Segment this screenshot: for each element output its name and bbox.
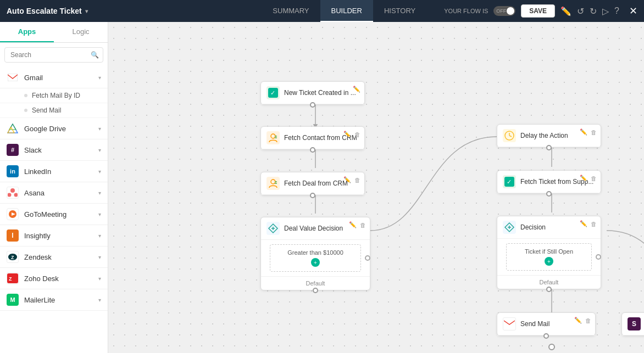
node-delay: Delay the Action ✏️ 🗑 — [497, 124, 601, 148]
linkedin-icon: in — [7, 165, 19, 177]
trigger-bottom-connector[interactable] — [310, 102, 315, 108]
sub-dot-icon — [24, 94, 27, 97]
search-input[interactable] — [4, 47, 103, 63]
sidebar-item-linkedin[interactable]: in LinkedIn ▾ — [0, 161, 108, 182]
sidebar-tab-logic[interactable]: Logic — [54, 22, 108, 42]
fetch-deal-edit-btn[interactable]: ✏️ — [343, 176, 352, 184]
fetch-ticket-delete-btn[interactable]: 🗑 — [590, 174, 597, 182]
canvas: ✓ New Ticket Created in ... ✏️ Fetch Con… — [108, 22, 644, 353]
insightly-chevron-icon: ▾ — [98, 233, 101, 239]
search-box: 🔍 — [4, 47, 103, 63]
send-mail-icon — [503, 317, 516, 330]
decision-branch-add-btn[interactable]: + — [545, 257, 553, 266]
sidebar: Apps Logic 🔍 Gmail ▾ Fetch Mail By ID Se… — [0, 22, 108, 353]
trigger-node-title: New Ticket Created in ... — [284, 89, 359, 97]
tab-builder[interactable]: BUILDER — [320, 0, 373, 22]
sidebar-item-slack[interactable]: # Slack ▾ — [0, 139, 108, 161]
deal-decision-bottom-connector[interactable] — [313, 288, 318, 293]
tab-history[interactable]: HISTORY — [373, 0, 426, 22]
gmail-chevron-icon: ▾ — [98, 75, 101, 81]
fetch-deal-icon — [267, 177, 280, 190]
sidebar-item-gmail[interactable]: Gmail ▾ — [0, 67, 108, 88]
trigger-edit-btn[interactable]: ✏️ — [352, 85, 361, 93]
search-icon: 🔍 — [91, 51, 99, 59]
undo-icon[interactable]: ↺ — [577, 6, 584, 16]
play-icon[interactable]: ▷ — [602, 6, 609, 16]
delay-icon — [503, 129, 516, 142]
branch-add-btn[interactable]: + — [311, 258, 320, 267]
edit-icon[interactable]: ✏️ — [560, 6, 571, 16]
mailerlite-label: MailerLite — [24, 296, 98, 304]
deal-branch-greater: Greater than $10000 + — [270, 244, 361, 272]
google-drive-icon — [7, 122, 19, 135]
gmail-sub-fetch[interactable]: Fetch Mail By ID — [0, 88, 108, 103]
send-mail-edit-btn[interactable]: ✏️ — [574, 316, 582, 324]
node-send-channel: S Send Channel Message ✏️ 🗑 — [621, 312, 644, 336]
decision-delete-btn[interactable]: 🗑 — [590, 220, 597, 228]
fetch-contact-bottom-connector[interactable] — [310, 147, 315, 153]
help-icon[interactable]: ? — [614, 6, 619, 16]
mailerlite-icon: M — [7, 294, 19, 306]
node-decision: Decision ✏️ 🗑 Ticket if Still Open + Def… — [497, 216, 601, 289]
send-mail-delete-btn[interactable]: 🗑 — [585, 316, 592, 324]
svg-point-4 — [10, 188, 15, 193]
delay-bottom-connector[interactable] — [546, 145, 552, 150]
send-mail-bottom-connector[interactable] — [543, 333, 549, 339]
sidebar-item-asana[interactable]: Asana ▾ — [0, 182, 108, 204]
flow-is-label: YOUR FLOW IS — [444, 8, 488, 14]
decision-branch-right-connector[interactable] — [596, 254, 601, 260]
fetch-deal-delete-btn[interactable]: 🗑 — [354, 176, 361, 184]
gmail-sub-send[interactable]: Send Mail — [0, 103, 108, 118]
zendesk-label: Zendesk — [24, 253, 98, 261]
asana-icon — [7, 187, 19, 199]
delay-delete-btn[interactable]: 🗑 — [590, 128, 597, 136]
trigger-node-icon: ✓ — [267, 86, 280, 99]
sidebar-item-gotomeeting[interactable]: GoToMeeting ▾ — [0, 204, 108, 225]
slack-chevron-icon: ▾ — [98, 147, 101, 153]
gotomeeting-chevron-icon: ▾ — [98, 211, 101, 217]
zoho-label: Zoho Desk — [24, 274, 98, 283]
svg-marker-1 — [8, 124, 18, 133]
sidebar-item-insightly[interactable]: I Insightly ▾ — [0, 225, 108, 246]
asana-label: Asana — [24, 189, 98, 197]
slack-icon: # — [7, 144, 19, 156]
deal-decision-icon — [267, 222, 280, 235]
svg-text:Z: Z — [11, 255, 14, 260]
save-button[interactable]: SAVE — [521, 4, 555, 18]
slack-label: Slack — [24, 146, 98, 154]
flow-toggle[interactable]: OFF — [493, 6, 515, 16]
fetch-contact-delete-btn[interactable]: 🗑 — [354, 130, 361, 138]
delay-edit-btn[interactable]: ✏️ — [579, 128, 588, 136]
flow-title: Auto Escalate Ticket ▾ — [7, 7, 88, 15]
title-chevron-icon[interactable]: ▾ — [85, 8, 88, 14]
svg-text:Z: Z — [9, 276, 12, 282]
svg-marker-3 — [8, 127, 14, 133]
sidebar-item-zendesk[interactable]: Z Zendesk ▾ — [0, 246, 108, 268]
sidebar-tab-apps[interactable]: Apps — [0, 22, 54, 42]
deal-decision-delete-btn[interactable]: 🗑 — [359, 221, 367, 229]
svg-point-27 — [271, 180, 275, 184]
linkedin-label: LinkedIn — [24, 167, 98, 176]
svg-point-24 — [271, 134, 275, 138]
sidebar-item-googledrive[interactable]: Google Drive ▾ — [0, 118, 108, 139]
insightly-icon: I — [7, 229, 19, 242]
redo-icon[interactable]: ↻ — [590, 6, 597, 16]
branch-right-connector[interactable] — [365, 255, 370, 261]
sidebar-item-mailerlite[interactable]: M MailerLite ▾ — [0, 289, 108, 311]
googledrive-chevron-icon: ▾ — [98, 126, 101, 132]
fetch-contact-edit-btn[interactable]: ✏️ — [343, 130, 352, 138]
decision-bottom-connector[interactable] — [546, 287, 552, 292]
fetch-deal-bottom-connector[interactable] — [310, 193, 315, 198]
svg-point-20 — [549, 344, 554, 350]
node-fetch-deal: Fetch Deal from CRM ✏️ 🗑 — [260, 172, 365, 195]
sidebar-item-zoho[interactable]: Z Zoho Desk ▾ — [0, 268, 108, 289]
decision-edit-btn[interactable]: ✏️ — [579, 220, 588, 228]
tab-summary[interactable]: SUMMARY — [262, 0, 320, 22]
zendesk-icon: Z — [7, 251, 19, 263]
deal-decision-edit-btn[interactable]: ✏️ — [348, 221, 357, 229]
send-channel-icon: S — [628, 317, 641, 330]
close-button[interactable]: ✕ — [629, 5, 637, 17]
fetch-ticket-edit-btn[interactable]: ✏️ — [579, 174, 588, 182]
mailerlite-chevron-icon: ▾ — [98, 297, 101, 303]
fetch-ticket-bottom-connector[interactable] — [546, 191, 552, 197]
